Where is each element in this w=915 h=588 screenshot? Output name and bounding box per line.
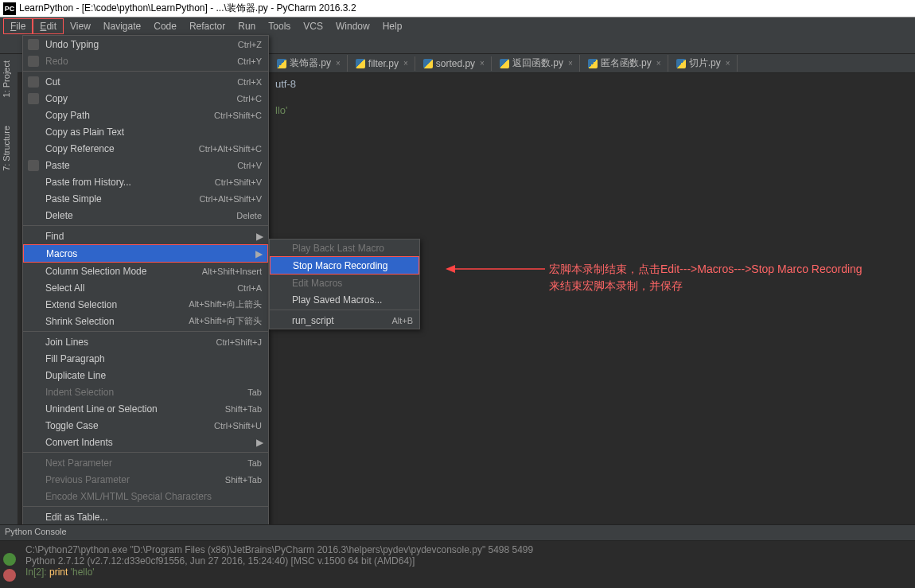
code-line: utf-8 [275,78,910,90]
menu-view[interactable]: View [64,19,97,33]
menu-duplicate-line[interactable]: Duplicate Line [23,367,268,384]
menu-play-saved-macros[interactable]: Play Saved Macros... [270,291,419,308]
run-icon[interactable] [3,553,16,566]
close-icon[interactable]: × [336,59,341,68]
chevron-right-icon: ▶ [255,248,263,259]
close-icon[interactable]: × [568,59,573,68]
menu-indent-selection: Indent SelectionTab [23,384,268,400]
python-icon [423,59,433,68]
menu-edit[interactable]: Edit [33,18,64,34]
menu-vcs[interactable]: VCS [297,19,329,33]
menu-cut[interactable]: CutCtrl+X [23,73,268,90]
menu-encode-special: Encode XML/HTML Special Characters [23,488,268,504]
side-tool-strip: 1: Project 7: Structure [0,54,18,532]
menu-toggle-case[interactable]: Toggle CaseCtrl+Shift+U [23,417,268,434]
menu-next-parameter: Next ParameterTab [23,454,268,471]
python-icon [277,59,286,68]
annotation-arrow [446,261,549,277]
menu-column-selection[interactable]: Column Selection ModeAlt+Shift+Insert [23,263,268,279]
menu-copy-plain[interactable]: Copy as Plain Text [23,123,268,140]
tab-file[interactable]: 返回函数.py× [493,55,580,72]
menu-play-back-macro: Play Back Last Macro [270,239,419,256]
window-title: LearnPython - [E:\code\python\LearnPytho… [19,2,356,15]
side-tab-structure[interactable]: 7: Structure [0,119,13,177]
close-icon[interactable]: × [726,59,730,68]
console-line: C:\Python27\python.exe "D:\Program Files… [25,544,910,555]
paste-icon [28,160,39,171]
title-bar: PC LearnPython - [E:\code\python\LearnPy… [0,0,915,18]
copy-icon [28,93,39,104]
menu-window[interactable]: Window [329,19,376,33]
pycharm-icon: PC [3,2,16,15]
menu-bar: File Edit View Navigate Code Refactor Ru… [0,18,915,35]
edit-dropdown: Undo TypingCtrl+Z RedoCtrl+Y CutCtrl+X C… [22,35,269,526]
console-line: In[2]: print 'hello' [25,567,910,578]
redo-icon [28,56,39,67]
menu-copy[interactable]: CopyCtrl+C [23,90,268,107]
menu-delete[interactable]: DeleteDelete [23,207,268,224]
menu-fill-paragraph[interactable]: Fill Paragraph [23,350,268,367]
tab-file[interactable]: 装饰器.py× [271,55,348,72]
menu-prev-parameter: Previous ParameterShift+Tab [23,471,268,488]
python-icon [356,59,365,68]
tab-file[interactable]: 匿名函数.py× [582,55,668,72]
stop-icon[interactable] [3,569,16,582]
menu-copy-path[interactable]: Copy PathCtrl+Shift+C [23,107,268,123]
annotation-text: 宏脚本录制结束，点击Edit--->Macros--->Stop Marco R… [549,261,862,294]
tab-file[interactable]: filter.py× [349,56,415,71]
menu-stop-macro-recording[interactable]: Stop Macro Recording [271,257,419,274]
chevron-right-icon: ▶ [256,437,263,448]
code-line: llo' [275,104,910,116]
cut-icon [28,76,39,88]
menu-navigate[interactable]: Navigate [97,19,147,33]
menu-paste[interactable]: PasteCtrl+V [23,157,268,173]
tab-file[interactable]: 切片.py× [670,55,738,72]
python-icon [500,59,509,68]
menu-code[interactable]: Code [147,19,183,33]
menu-undo[interactable]: Undo TypingCtrl+Z [23,36,268,53]
menu-file[interactable]: File [3,18,33,34]
menu-copy-ref[interactable]: Copy ReferenceCtrl+Alt+Shift+C [23,140,268,157]
macros-submenu: Play Back Last Macro Stop Macro Recordin… [269,239,420,329]
python-icon [676,59,686,68]
menu-tools[interactable]: Tools [262,19,297,33]
menu-select-all[interactable]: Select AllCtrl+A [23,279,268,296]
menu-run-script[interactable]: run_scriptAlt+B [270,312,419,329]
menu-paste-history[interactable]: Paste from History...Ctrl+Shift+V [23,173,268,190]
menu-edit-macros: Edit Macros [270,275,419,291]
menu-paste-simple[interactable]: Paste SimpleCtrl+Alt+Shift+V [23,190,268,207]
python-icon [588,59,598,68]
menu-shrink-selection[interactable]: Shrink SelectionAlt+Shift+向下箭头 [23,313,268,329]
menu-refactor[interactable]: Refactor [183,19,232,33]
svg-marker-1 [446,265,455,273]
console-line: Python 2.7.12 (v2.7.12:d33e0cf91556, Jun… [25,555,910,567]
console-header[interactable]: Python Console [0,524,915,540]
tab-file[interactable]: sorted.py× [417,56,492,71]
menu-join-lines[interactable]: Join LinesCtrl+Shift+J [23,333,268,350]
menu-find[interactable]: Find▶ [23,228,268,244]
code-editor[interactable]: utf-8 llo' [271,73,915,121]
close-icon[interactable]: × [403,59,408,68]
close-icon[interactable]: × [480,59,485,68]
menu-macros[interactable]: Macros▶ [24,245,267,262]
side-tab-project[interactable]: 1: Project [0,54,13,103]
menu-unindent[interactable]: Unindent Line or SelectionShift+Tab [23,400,268,417]
menu-edit-as-table[interactable]: Edit as Table... [23,508,268,525]
python-console[interactable]: C:\Python27\python.exe "D:\Program Files… [0,540,915,588]
menu-convert-indents[interactable]: Convert Indents▶ [23,434,268,450]
menu-help[interactable]: Help [376,19,409,33]
close-icon[interactable]: × [656,59,661,68]
menu-run[interactable]: Run [232,19,262,33]
menu-extend-selection[interactable]: Extend SelectionAlt+Shift+向上箭头 [23,296,268,313]
undo-icon [28,39,39,50]
menu-redo: RedoCtrl+Y [23,53,268,69]
chevron-right-icon: ▶ [256,231,263,242]
